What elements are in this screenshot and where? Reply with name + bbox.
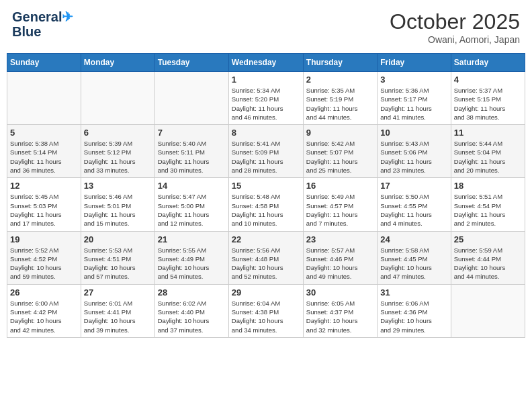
calendar-cell: 21Sunrise: 5:55 AM Sunset: 4:49 PM Dayli… [154,231,228,284]
logo-text: General✈Blue [12,9,73,39]
weekday-header-tuesday: Tuesday [154,54,228,72]
day-info: Sunrise: 5:57 AM Sunset: 4:46 PM Dayligh… [306,246,374,281]
day-number: 2 [306,75,374,85]
day-info: Sunrise: 5:36 AM Sunset: 5:17 PM Dayligh… [380,86,447,122]
calendar-cell: 10Sunrise: 5:43 AM Sunset: 5:06 PM Dayli… [378,125,451,178]
day-info: Sunrise: 5:38 AM Sunset: 5:14 PM Dayligh… [10,139,78,175]
day-number: 4 [454,75,522,85]
day-info: Sunrise: 6:01 AM Sunset: 4:41 PM Dayligh… [84,299,152,334]
day-info: Sunrise: 6:00 AM Sunset: 4:42 PM Dayligh… [10,299,78,334]
calendar-cell [7,72,81,125]
calendar-cell: 27Sunrise: 6:01 AM Sunset: 4:41 PM Dayli… [81,284,154,337]
day-info: Sunrise: 5:59 AM Sunset: 4:44 PM Dayligh… [454,246,522,281]
calendar-cell: 7Sunrise: 5:40 AM Sunset: 5:11 PM Daylig… [154,125,228,178]
day-number: 27 [84,287,152,298]
day-number: 24 [380,234,447,244]
weekday-header-sunday: Sunday [7,54,81,72]
calendar-cell: 2Sunrise: 5:35 AM Sunset: 5:19 PM Daylig… [303,72,377,125]
day-info: Sunrise: 5:39 AM Sunset: 5:12 PM Dayligh… [84,139,152,175]
title-section: October 2025 Owani, Aomori, Japan [390,9,520,45]
day-info: Sunrise: 6:06 AM Sunset: 4:36 PM Dayligh… [380,299,447,334]
day-number: 26 [10,287,78,298]
day-number: 30 [306,287,374,298]
weekday-header-row: SundayMondayTuesdayWednesdayThursdayFrid… [7,54,525,72]
day-number: 20 [84,234,152,244]
day-info: Sunrise: 5:35 AM Sunset: 5:19 PM Dayligh… [306,86,374,122]
week-row-3: 12Sunrise: 5:45 AM Sunset: 5:03 PM Dayli… [7,178,525,231]
day-info: Sunrise: 5:52 AM Sunset: 4:52 PM Dayligh… [10,246,78,281]
day-info: Sunrise: 5:44 AM Sunset: 5:04 PM Dayligh… [454,139,522,175]
calendar-cell [81,72,154,125]
calendar-cell: 3Sunrise: 5:36 AM Sunset: 5:17 PM Daylig… [378,72,451,125]
calendar-cell: 15Sunrise: 5:48 AM Sunset: 4:58 PM Dayli… [228,178,303,231]
day-number: 11 [454,128,522,138]
calendar-cell: 11Sunrise: 5:44 AM Sunset: 5:04 PM Dayli… [451,125,525,178]
day-info: Sunrise: 5:37 AM Sunset: 5:15 PM Dayligh… [454,86,522,122]
day-number: 28 [158,287,226,298]
day-info: Sunrise: 5:50 AM Sunset: 4:55 PM Dayligh… [380,192,447,228]
day-info: Sunrise: 5:47 AM Sunset: 5:00 PM Dayligh… [158,192,226,228]
day-number: 14 [158,181,226,191]
weekday-header-wednesday: Wednesday [228,54,303,72]
day-info: Sunrise: 6:02 AM Sunset: 4:40 PM Dayligh… [158,299,226,334]
day-number: 29 [232,287,300,298]
day-number: 9 [306,128,374,138]
calendar-cell [451,284,525,337]
calendar-cell: 26Sunrise: 6:00 AM Sunset: 4:42 PM Dayli… [7,284,81,337]
day-number: 1 [232,75,300,85]
weekday-header-saturday: Saturday [451,54,525,72]
weekday-header-monday: Monday [81,54,154,72]
calendar-cell: 16Sunrise: 5:49 AM Sunset: 4:57 PM Dayli… [303,178,377,231]
calendar-cell: 9Sunrise: 5:42 AM Sunset: 5:07 PM Daylig… [303,125,377,178]
calendar-cell: 4Sunrise: 5:37 AM Sunset: 5:15 PM Daylig… [451,72,525,125]
day-info: Sunrise: 5:53 AM Sunset: 4:51 PM Dayligh… [84,246,152,281]
day-number: 17 [380,181,447,191]
day-info: Sunrise: 5:40 AM Sunset: 5:11 PM Dayligh… [158,139,226,175]
day-number: 23 [306,234,374,244]
day-number: 5 [10,128,78,138]
day-number: 18 [454,181,522,191]
day-info: Sunrise: 5:42 AM Sunset: 5:07 PM Dayligh… [306,139,374,175]
day-info: Sunrise: 5:48 AM Sunset: 4:58 PM Dayligh… [232,192,300,228]
day-number: 3 [380,75,447,85]
week-row-5: 26Sunrise: 6:00 AM Sunset: 4:42 PM Dayli… [7,284,525,337]
day-number: 13 [84,181,152,191]
day-info: Sunrise: 5:46 AM Sunset: 5:01 PM Dayligh… [84,192,152,228]
week-row-1: 1Sunrise: 5:34 AM Sunset: 5:20 PM Daylig… [7,72,525,125]
day-info: Sunrise: 5:51 AM Sunset: 4:54 PM Dayligh… [454,192,522,228]
day-number: 8 [232,128,300,138]
calendar-cell: 14Sunrise: 5:47 AM Sunset: 5:00 PM Dayli… [154,178,228,231]
calendar-cell: 17Sunrise: 5:50 AM Sunset: 4:55 PM Dayli… [378,178,451,231]
day-info: Sunrise: 6:04 AM Sunset: 4:38 PM Dayligh… [232,299,300,334]
calendar-cell: 12Sunrise: 5:45 AM Sunset: 5:03 PM Dayli… [7,178,81,231]
day-number: 15 [232,181,300,191]
calendar-cell: 1Sunrise: 5:34 AM Sunset: 5:20 PM Daylig… [228,72,303,125]
day-info: Sunrise: 5:41 AM Sunset: 5:09 PM Dayligh… [232,139,300,175]
day-number: 16 [306,181,374,191]
calendar-cell: 31Sunrise: 6:06 AM Sunset: 4:36 PM Dayli… [378,284,451,337]
calendar-cell: 19Sunrise: 5:52 AM Sunset: 4:52 PM Dayli… [7,231,81,284]
page-header: General✈Blue October 2025 Owani, Aomori,… [7,7,525,48]
day-number: 6 [84,128,152,138]
day-info: Sunrise: 5:56 AM Sunset: 4:48 PM Dayligh… [232,246,300,281]
calendar-cell: 29Sunrise: 6:04 AM Sunset: 4:38 PM Dayli… [228,284,303,337]
calendar-cell: 18Sunrise: 5:51 AM Sunset: 4:54 PM Dayli… [451,178,525,231]
calendar-cell: 24Sunrise: 5:58 AM Sunset: 4:45 PM Dayli… [378,231,451,284]
day-number: 21 [158,234,226,244]
calendar-cell: 28Sunrise: 6:02 AM Sunset: 4:40 PM Dayli… [154,284,228,337]
day-info: Sunrise: 5:55 AM Sunset: 4:49 PM Dayligh… [158,246,226,281]
calendar-cell: 30Sunrise: 6:05 AM Sunset: 4:37 PM Dayli… [303,284,377,337]
day-info: Sunrise: 5:45 AM Sunset: 5:03 PM Dayligh… [10,192,78,228]
day-info: Sunrise: 5:49 AM Sunset: 4:57 PM Dayligh… [306,192,374,228]
logo: General✈Blue [12,9,73,39]
calendar-cell: 5Sunrise: 5:38 AM Sunset: 5:14 PM Daylig… [7,125,81,178]
month-title: October 2025 [390,9,520,34]
weekday-header-thursday: Thursday [303,54,377,72]
calendar: SundayMondayTuesdayWednesdayThursdayFrid… [7,53,525,338]
calendar-cell: 13Sunrise: 5:46 AM Sunset: 5:01 PM Dayli… [81,178,154,231]
week-row-4: 19Sunrise: 5:52 AM Sunset: 4:52 PM Dayli… [7,231,525,284]
calendar-cell: 6Sunrise: 5:39 AM Sunset: 5:12 PM Daylig… [81,125,154,178]
day-info: Sunrise: 5:34 AM Sunset: 5:20 PM Dayligh… [232,86,300,122]
weekday-header-friday: Friday [378,54,451,72]
calendar-cell: 22Sunrise: 5:56 AM Sunset: 4:48 PM Dayli… [228,231,303,284]
